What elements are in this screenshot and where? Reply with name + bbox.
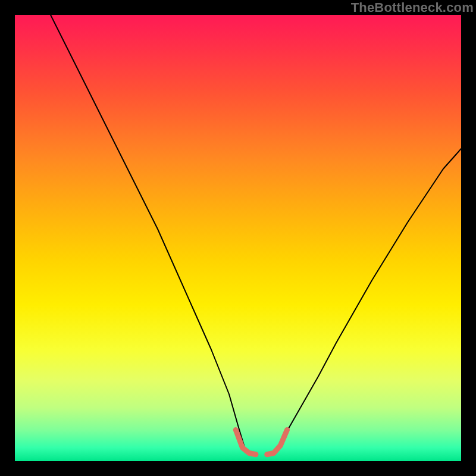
plot-area [15, 15, 461, 461]
series-right-branch-black [276, 149, 461, 450]
curve-layer [15, 15, 461, 461]
series-valley-left-salmon [236, 430, 256, 455]
series-left-branch-black [51, 15, 245, 448]
watermark-text: TheBottleneck.com [351, 0, 474, 15]
chart-container: TheBottleneck.com [0, 0, 476, 476]
series-valley-right-salmon [267, 430, 287, 455]
